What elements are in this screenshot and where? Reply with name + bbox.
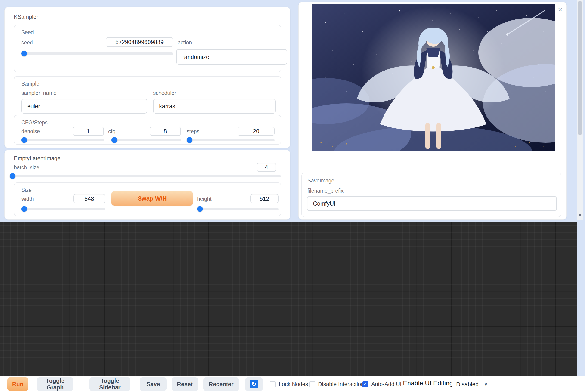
toggle-graph-button[interactable]: Toggle Graph: [37, 378, 73, 391]
empty-latent-panel: EmptyLatentImage batch_size 4 Size width…: [4, 150, 290, 220]
toggle-sidebar-button[interactable]: Toggle Sidebar: [89, 378, 130, 391]
node-graph[interactable]: [0, 222, 577, 376]
save-image-title: SaveImage: [308, 178, 334, 184]
scheduler-select[interactable]: karras: [153, 99, 276, 114]
action-select[interactable]: randomize: [176, 49, 287, 64]
ui-editing-select[interactable]: Disabled ∨: [452, 377, 492, 391]
auto-add-ui-checkbox[interactable]: ✓: [362, 381, 368, 387]
scheduler-label: scheduler: [153, 90, 176, 96]
close-icon[interactable]: ×: [558, 6, 562, 13]
filename-prefix-input[interactable]: ComfyUI: [307, 196, 557, 211]
seed-group-title: Seed: [21, 29, 34, 36]
size-group: Size width 848 Swap W/H height 512: [14, 182, 281, 216]
batch-size-label: batch_size: [14, 164, 39, 171]
cfg-steps-group: CFG/Steps denoise 1 cfg 8 steps 20: [14, 115, 281, 144]
width-label: width: [21, 196, 34, 202]
bottom-toolbar: Run Toggle Graph Toggle Sidebar Save Res…: [0, 376, 585, 392]
anime-illustration: [312, 4, 555, 151]
cfg-input[interactable]: 8: [150, 126, 181, 136]
sampler-group-title: Sampler: [21, 81, 41, 87]
reset-button[interactable]: Reset: [172, 378, 198, 391]
steps-label: steps: [187, 128, 200, 134]
action-label: action: [178, 40, 192, 46]
scrollbar-thumb[interactable]: [578, 1, 582, 135]
preview-image[interactable]: [312, 4, 555, 151]
run-button[interactable]: Run: [8, 378, 28, 391]
sampler-group: Sampler sampler_name scheduler euler kar…: [14, 76, 281, 119]
lock-nodes-checkbox[interactable]: [270, 381, 276, 387]
sync-button[interactable]: ↻: [245, 378, 263, 391]
seed-slider[interactable]: [21, 52, 173, 55]
wire-layer: [0, 222, 577, 376]
cfg-steps-group-title: CFG/Steps: [21, 120, 48, 126]
empty-latent-title: EmptyLatentImage: [14, 155, 60, 162]
batch-size-slider[interactable]: [10, 175, 281, 178]
ui-editing-value: Disabled: [456, 381, 478, 388]
sampler-name-label: sampler_name: [21, 90, 56, 96]
scrollbar-track[interactable]: ▼: [577, 0, 583, 220]
denoise-slider[interactable]: [21, 139, 104, 141]
denoise-label: denoise: [21, 128, 40, 134]
preview-panel: × SaveImage filename_prefix ComfyUI: [298, 2, 567, 220]
auto-add-ui-option: ✓ Auto-Add UI: [362, 376, 402, 392]
height-slider[interactable]: [197, 208, 278, 210]
filename-prefix-label: filename_prefix: [308, 188, 344, 194]
disable-interaction-option: Disable Interaction: [309, 376, 364, 392]
sync-icon: ↻: [250, 380, 258, 388]
seed-label: seed: [21, 40, 33, 46]
ksampler-panel-title: KSampler: [14, 14, 38, 20]
width-input[interactable]: 848: [73, 194, 105, 203]
scroll-down-icon[interactable]: ▼: [577, 213, 583, 218]
size-group-title: Size: [21, 187, 32, 193]
enable-ui-editing-label: Enable UI Editing: [403, 380, 453, 387]
height-input[interactable]: 512: [250, 194, 278, 203]
cfg-label: cfg: [108, 128, 116, 134]
cfg-slider[interactable]: [112, 139, 181, 141]
height-label: height: [197, 196, 212, 202]
save-button[interactable]: Save: [140, 378, 166, 391]
lock-nodes-option: Lock Nodes: [270, 376, 308, 392]
swap-wh-button[interactable]: Swap W/H: [112, 191, 193, 206]
width-slider[interactable]: [21, 208, 105, 210]
chevron-down-icon: ∨: [484, 381, 488, 387]
seed-input[interactable]: 572904899609889: [106, 37, 173, 47]
steps-slider[interactable]: [187, 139, 274, 141]
lock-nodes-label: Lock Nodes: [279, 381, 308, 387]
seed-group: Seed seed 572904899609889 action randomi…: [14, 25, 281, 72]
recenter-button[interactable]: Recenter: [203, 378, 239, 391]
batch-size-input[interactable]: 4: [257, 162, 276, 172]
ksampler-panel: KSampler Seed seed 572904899609889 actio…: [4, 7, 290, 148]
auto-add-ui-label: Auto-Add UI: [371, 381, 402, 387]
save-image-panel: SaveImage filename_prefix ComfyUI: [302, 172, 562, 217]
disable-interaction-label: Disable Interaction: [318, 381, 364, 387]
disable-interaction-checkbox[interactable]: [309, 381, 315, 387]
denoise-input[interactable]: 1: [73, 126, 104, 136]
steps-input[interactable]: 20: [238, 126, 274, 136]
sampler-name-select[interactable]: euler: [21, 99, 147, 114]
